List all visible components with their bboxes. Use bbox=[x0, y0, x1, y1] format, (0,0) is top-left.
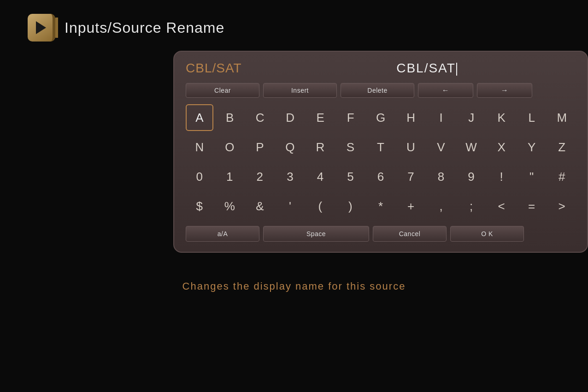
arrow-right-button[interactable]: → bbox=[477, 83, 532, 98]
key-9[interactable]: 9 bbox=[458, 163, 485, 190]
key-M[interactable]: M bbox=[548, 104, 576, 131]
key-S[interactable]: S bbox=[337, 134, 365, 160]
key-plus[interactable]: + bbox=[397, 193, 425, 220]
key-X[interactable]: X bbox=[488, 134, 515, 160]
key-E[interactable]: E bbox=[306, 104, 334, 131]
key-asterisk[interactable]: * bbox=[367, 193, 394, 220]
key-O[interactable]: O bbox=[216, 134, 244, 160]
case-toggle-button[interactable]: a/A bbox=[186, 226, 259, 242]
space-button[interactable]: Space bbox=[263, 226, 369, 242]
key-N[interactable]: N bbox=[186, 134, 213, 160]
key-J[interactable]: J bbox=[458, 104, 485, 131]
key-Y[interactable]: Y bbox=[518, 134, 546, 160]
key-F[interactable]: F bbox=[337, 104, 365, 131]
key-5[interactable]: 5 bbox=[337, 163, 365, 190]
key-percent[interactable]: % bbox=[216, 193, 244, 220]
key-exclaim[interactable]: ! bbox=[488, 163, 515, 190]
key-0[interactable]: 0 bbox=[186, 163, 213, 190]
clear-button[interactable]: Clear bbox=[186, 83, 259, 98]
key-V[interactable]: V bbox=[427, 134, 455, 160]
key-Z[interactable]: Z bbox=[548, 134, 576, 160]
key-row-3: 0 1 2 3 4 5 6 7 8 9 ! " # bbox=[186, 163, 576, 190]
key-U[interactable]: U bbox=[397, 134, 425, 160]
key-row-2: N O P Q R S T U V W X Y Z bbox=[186, 134, 576, 160]
key-C[interactable]: C bbox=[246, 104, 274, 131]
key-3[interactable]: 3 bbox=[276, 163, 304, 190]
delete-button[interactable]: Delete bbox=[341, 83, 414, 98]
control-row: Clear Insert Delete ← → bbox=[186, 83, 576, 98]
key-8[interactable]: 8 bbox=[427, 163, 455, 190]
key-ampersand[interactable]: & bbox=[246, 193, 274, 220]
insert-button[interactable]: Insert bbox=[263, 83, 337, 98]
key-hash[interactable]: # bbox=[548, 163, 576, 190]
key-6[interactable]: 6 bbox=[367, 163, 394, 190]
key-4[interactable]: 4 bbox=[306, 163, 334, 190]
key-H[interactable]: H bbox=[397, 104, 425, 131]
key-7[interactable]: 7 bbox=[397, 163, 425, 190]
key-R[interactable]: R bbox=[306, 134, 334, 160]
key-Q[interactable]: Q bbox=[276, 134, 304, 160]
keyboard-keys: A B C D E F G H I J K L M N O P Q R S T … bbox=[186, 104, 576, 220]
source-input-display: CBL/SAT bbox=[278, 61, 576, 76]
text-cursor bbox=[456, 63, 457, 76]
key-I[interactable]: I bbox=[427, 104, 455, 131]
key-B[interactable]: B bbox=[216, 104, 244, 131]
key-K[interactable]: K bbox=[488, 104, 515, 131]
key-rparen[interactable]: ) bbox=[337, 193, 365, 220]
key-comma[interactable]: , bbox=[427, 193, 455, 220]
key-quote[interactable]: " bbox=[518, 163, 546, 190]
ok-button[interactable]: O K bbox=[450, 226, 524, 242]
page-title: Inputs/Source Rename bbox=[65, 19, 224, 36]
key-equals[interactable]: = bbox=[518, 193, 546, 220]
keyboard-panel: CBL/SAT CBL/SAT Clear Insert Delete ← → … bbox=[173, 51, 588, 253]
key-lparen[interactable]: ( bbox=[306, 193, 334, 220]
key-2[interactable]: 2 bbox=[246, 163, 274, 190]
key-apostrophe[interactable]: ' bbox=[276, 193, 304, 220]
source-label: CBL/SAT bbox=[186, 61, 278, 76]
source-header: CBL/SAT CBL/SAT bbox=[186, 61, 576, 76]
bottom-row: a/A Space Cancel O K bbox=[186, 226, 576, 242]
arrow-left-button[interactable]: ← bbox=[418, 83, 473, 98]
cancel-button[interactable]: Cancel bbox=[373, 226, 447, 242]
key-semicolon[interactable]: ; bbox=[458, 193, 485, 220]
key-row-1: A B C D E F G H I J K L M bbox=[186, 104, 576, 131]
footer-text: Changes the display name for this source bbox=[0, 280, 588, 292]
app-icon bbox=[28, 14, 55, 42]
source-current-value: CBL/SAT bbox=[396, 61, 456, 75]
key-P[interactable]: P bbox=[246, 134, 274, 160]
key-dollar[interactable]: $ bbox=[186, 193, 213, 220]
key-D[interactable]: D bbox=[276, 104, 304, 131]
key-row-4: $ % & ' ( ) * + , ; < = > bbox=[186, 193, 576, 220]
key-G[interactable]: G bbox=[367, 104, 394, 131]
key-L[interactable]: L bbox=[518, 104, 546, 131]
key-lt[interactable]: < bbox=[488, 193, 515, 220]
key-W[interactable]: W bbox=[458, 134, 485, 160]
key-1[interactable]: 1 bbox=[216, 163, 244, 190]
play-icon bbox=[36, 21, 46, 34]
key-T[interactable]: T bbox=[367, 134, 394, 160]
header: Inputs/Source Rename bbox=[0, 0, 588, 51]
key-A[interactable]: A bbox=[186, 104, 213, 131]
key-gt[interactable]: > bbox=[548, 193, 576, 220]
